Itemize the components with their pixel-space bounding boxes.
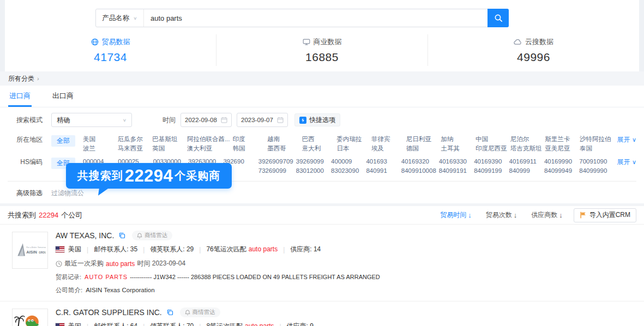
stat-value: 16885 <box>305 51 339 64</box>
region-item[interactable]: 加纳 <box>441 135 473 144</box>
breadcrumb-label[interactable]: 所有分类 <box>8 74 34 83</box>
trade-record-label: 贸易记录: <box>56 274 81 280</box>
tab-bar: 进口商出口商 <box>0 86 644 107</box>
tab-importers[interactable]: 进口商 <box>8 86 32 107</box>
hs-code-item-column: 4016939084099199 <box>474 157 506 176</box>
hs-code-item[interactable]: 401693 <box>366 157 398 166</box>
company-country: 美国 <box>68 245 81 254</box>
region-item[interactable]: 泰国 <box>580 144 612 153</box>
stat-cloud[interactable]: 云搜数据 49996 <box>428 37 639 64</box>
search-category-select[interactable]: 产品名称 ∨ <box>96 9 144 27</box>
hs-code-item[interactable]: 84099191 <box>439 166 471 176</box>
region-item[interactable]: 越南 <box>267 135 299 144</box>
search-button[interactable] <box>487 9 509 27</box>
hs-code-item[interactable]: 840999 <box>509 166 541 176</box>
company-name[interactable]: C.R. GATOR SUPPLIERS INC. <box>56 308 162 317</box>
arrow-down-icon: ↓ <box>468 211 472 219</box>
region-item[interactable]: 尼日利亚 <box>406 135 438 144</box>
results-count: 22294 <box>39 211 58 219</box>
company-name[interactable]: AW TEXAS, INC. <box>56 231 114 240</box>
region-item[interactable]: 巴基斯坦 <box>152 135 184 144</box>
hs-code-item[interactable]: 40169320 <box>401 157 436 166</box>
hs-code-item[interactable]: 40169390 <box>474 157 506 166</box>
region-item[interactable]: 德国 <box>406 144 438 153</box>
date-to-input[interactable]: 2023-09-07 <box>237 113 288 127</box>
region-item[interactable]: 中国 <box>476 135 508 144</box>
hs-code-item[interactable]: 400009 <box>331 157 363 166</box>
region-item[interactable]: 亚美尼亚 <box>545 144 577 153</box>
hs-code-item[interactable]: 83012000 <box>296 166 328 176</box>
region-item[interactable]: 厄瓜多尔 <box>118 135 150 144</box>
region-item-column: 巴基斯坦英国 <box>152 135 184 153</box>
region-item[interactable]: 日本 <box>336 144 369 153</box>
region-item[interactable]: 土耳其 <box>441 144 473 153</box>
region-item[interactable]: 斯里兰卡 <box>545 135 577 144</box>
region-item[interactable]: 菲律宾 <box>371 135 404 144</box>
sort-trade-time[interactable]: 贸易时间 ↓ <box>440 210 472 220</box>
hs-code-item[interactable]: 84099990 <box>579 166 611 176</box>
match-keyword: auto parts <box>249 245 278 253</box>
hs-code-item-column: 40169911840999 <box>509 157 541 176</box>
region-expand-link[interactable]: 展开 ∨ <box>617 135 636 144</box>
region-item[interactable]: 印度 <box>233 135 265 144</box>
hs-code-item[interactable]: 40169330 <box>439 157 471 166</box>
shipment-match: 8笔运次匹配auto parts <box>206 322 274 326</box>
quick-options-button[interactable]: 快捷选项 <box>294 113 340 126</box>
company-card: For a Better Tomorrow AISIN GROUP AW TEX… <box>0 225 644 301</box>
region-item[interactable]: 英国 <box>152 144 184 153</box>
region-item[interactable]: 尼泊尔 <box>510 135 543 144</box>
company-country: 美国 <box>68 322 81 326</box>
region-item[interactable]: 阿拉伯联合酋... <box>187 135 230 144</box>
copy-icon[interactable] <box>119 232 125 239</box>
advanced-filter-value[interactable]: 过滤物流公 <box>51 189 84 198</box>
divider: | <box>279 323 281 326</box>
advanced-filter-label[interactable]: 高级筛选 <box>8 189 43 198</box>
region-grid: 美国波兰厄瓜多尔马来西亚巴基斯坦英国阿拉伯联合酋...澳大利亚印度韩国越南墨西哥… <box>83 135 612 153</box>
sort-option[interactable]: 供应商数 ↓ <box>531 210 563 220</box>
monitor-icon <box>303 38 310 46</box>
search-input[interactable] <box>144 9 487 27</box>
chevron-down-icon: ∨ <box>123 118 127 123</box>
hs-code-item[interactable]: 84099199 <box>474 166 506 176</box>
region-item[interactable]: 意大利 <box>302 144 334 153</box>
hs-code-item[interactable]: 8409910008 <box>401 166 436 176</box>
region-item[interactable]: 墨西哥 <box>267 144 299 153</box>
stat-business[interactable]: 商业数据 16885 <box>216 37 428 64</box>
region-item[interactable]: 马来西亚 <box>118 144 150 153</box>
hs-code-item[interactable]: 3926909709 <box>258 157 293 166</box>
hs-code-item[interactable]: 70091090 <box>579 157 611 166</box>
hs-code-item[interactable]: 40169911 <box>509 157 541 166</box>
hs-code-item[interactable]: 40169990 <box>544 157 576 166</box>
hs-code-item[interactable]: 84099949 <box>544 166 576 176</box>
region-item[interactable]: 波兰 <box>83 144 115 153</box>
import-crm-button[interactable]: 导入内置CRM <box>574 208 636 222</box>
date-from-input[interactable]: 2022-09-08 <box>180 113 232 127</box>
clock-icon <box>56 261 62 267</box>
region-item[interactable]: 埃及 <box>371 144 404 153</box>
divider: | <box>283 246 285 253</box>
copy-icon[interactable] <box>167 309 173 316</box>
region-item[interactable]: 澳大利亚 <box>187 144 230 153</box>
region-item[interactable]: 印度尼西亚 <box>476 144 508 153</box>
company-logo[interactable]: For a Better Tomorrow AISIN GROUP <box>12 232 48 269</box>
sort-option[interactable]: 贸易次数 ↓ <box>486 210 517 220</box>
region-item[interactable]: 美国 <box>83 135 115 144</box>
radar-badge[interactable]: 商情雷达 <box>180 307 220 317</box>
hs-expand-link[interactable]: 展开 ∨ <box>617 158 636 167</box>
region-item[interactable]: 沙特阿拉伯 <box>580 135 612 144</box>
radar-badge[interactable]: 商情雷达 <box>132 231 172 240</box>
region-item[interactable]: 韩国 <box>233 144 265 153</box>
hs-code-item[interactable]: 840991 <box>366 166 398 176</box>
company-logo[interactable]: C.R. GATOR SUPPLIERS, INC. <box>12 309 48 326</box>
search-mode-select[interactable]: 精确 ∨ <box>51 113 132 127</box>
sort-controls: 贸易时间 ↓贸易次数 ↓供应商数 ↓ 导入内置CRM <box>426 208 636 222</box>
region-item[interactable]: 巴西 <box>302 135 334 144</box>
hs-code-item[interactable]: 73269099 <box>258 166 293 176</box>
hs-code-item[interactable]: 83023090 <box>331 166 363 176</box>
tab-exporters[interactable]: 出口商 <box>51 86 75 107</box>
stat-trade[interactable]: 贸易数据 41734 <box>5 37 216 64</box>
region-all-chip[interactable]: 全部 <box>51 135 75 147</box>
region-item[interactable]: 委内瑞拉 <box>336 135 369 144</box>
region-item[interactable]: 塔吉克斯坦 <box>510 144 543 153</box>
hs-code-item[interactable]: 39269099 <box>296 157 328 166</box>
